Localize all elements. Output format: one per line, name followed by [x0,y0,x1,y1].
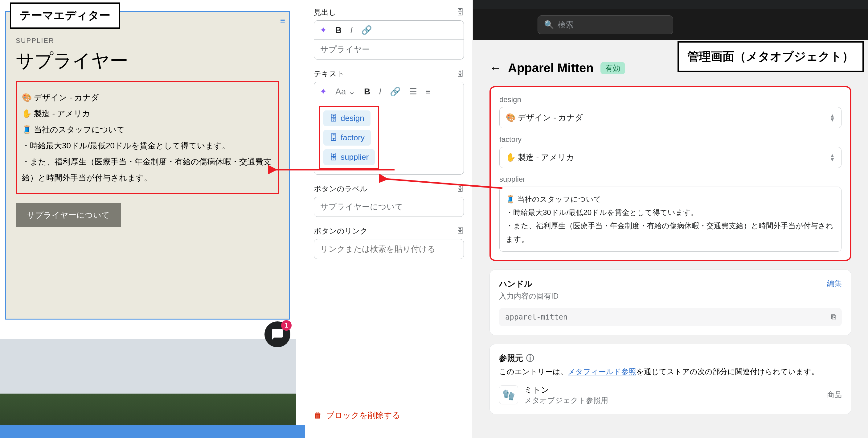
handle-title: ハンドル [499,279,532,289]
search-input[interactable]: 🔍 検索 [537,16,673,34]
heading-input[interactable] [314,40,464,60]
ref-description: このエントリーは、メタフィールド参照を通じてストアの次の部分に関連付けられていま… [499,367,842,377]
delete-block-button[interactable]: 🗑 ブロックを削除する [314,410,400,421]
field-label-heading: 見出し [314,7,336,17]
button-label-input[interactable] [314,197,464,217]
field-label-button: ボタンのラベル [314,184,368,194]
reference-item[interactable]: 🧤 ミトン メタオブジェクト参照用 商品 [499,385,842,405]
field-label-factory: factory [499,135,841,144]
content-line: ✋ 製造 - アメリカ [22,106,273,121]
chat-widget[interactable]: 1 [265,321,290,347]
ref-name: ミトン [524,385,608,396]
bold-icon[interactable]: B [364,87,370,96]
admin-panel-label: 管理画面（メタオブジェクト） [678,41,864,72]
design-input[interactable]: 🎨 デザイン - カナダ ▲▼ [499,107,841,128]
database-icon: 🗄 [330,133,338,143]
admin-body: ← Apparel Mitten 有効 design 🎨 デザイン - カナダ … [473,40,868,438]
back-button[interactable]: ← [490,61,501,75]
tag-factory[interactable]: 🗄factory [323,130,371,146]
admin-titlebar [473,0,868,9]
handle-sub: 入力内容の固有ID [499,291,842,301]
heading-toolbar: ✦ B I 🔗 [314,20,464,40]
handle-card: ハンドル 編集 入力内容の固有ID apparel-mitten ⎘ [490,270,851,335]
text-tag-area[interactable]: 🗄design 🗄factory 🗄supplier [314,101,464,175]
database-icon[interactable]: 🗄 [457,69,464,78]
chat-icon [271,328,284,341]
metaobject-fields-card: design 🎨 デザイン - カナダ ▲▼ factory ✋ 製造 - アメ… [490,86,851,261]
search-icon: 🔍 [544,20,554,30]
entry-title: Apparel Mitten [508,61,594,75]
content-line: 🧵 当社のスタッフについて [22,121,273,138]
database-icon[interactable]: 🗄 [457,184,464,193]
database-icon: 🗄 [330,114,338,123]
button-link-input[interactable] [314,239,464,259]
stepper-icon[interactable]: ▲▼ [830,114,835,121]
tag-design[interactable]: 🗄design [323,110,371,126]
admin-topbar: 🔍 検索 [473,9,868,40]
ref-sub: メタオブジェクト参照用 [524,396,608,405]
database-icon[interactable]: 🗄 [457,227,464,235]
ref-type: 商品 [827,390,842,400]
field-label-supplier: supplier [499,175,841,183]
number-list-icon[interactable]: ≡ [426,87,431,96]
database-icon[interactable]: 🗄 [457,8,464,17]
dynamic-source-icon[interactable]: ≡ [280,16,285,26]
edit-link[interactable]: 編集 [827,279,842,289]
italic-icon[interactable]: I [350,25,352,35]
italic-icon[interactable]: I [379,87,381,96]
supplier-textarea[interactable]: 🧵 当社のスタッフについて ・時給最大30ドル/最低20ドルを賃金として得ていま… [499,186,841,252]
ref-title: 参照元 [499,353,523,364]
sparkle-icon[interactable]: ✦ [320,86,327,96]
cta-button[interactable]: サプライヤーについて [16,203,121,227]
copy-icon[interactable]: ⎘ [831,313,836,321]
highlighted-tags: 🗄design 🗄factory 🗄supplier [319,106,379,169]
field-label-link: ボタンのリンク [314,226,368,236]
bottom-strip [0,425,320,438]
chat-badge: 1 [281,320,291,331]
database-icon: 🗄 [330,152,338,162]
tag-supplier[interactable]: 🗄supplier [323,149,375,165]
bold-icon[interactable]: B [335,25,342,35]
ref-thumb: 🧤 [499,385,518,404]
field-label-text: テキスト [314,69,345,79]
content-line: ・時給最大30ドル/最低20ドルを賃金として得ています。 [22,138,273,154]
theme-editor-label: テーマエディター [10,2,120,29]
sparkle-icon[interactable]: ✦ [320,25,327,35]
theme-canvas[interactable]: ≡ SUPPLIER サプライヤー 🎨 デザイン - カナダ ✋ 製造 - アメ… [5,11,290,320]
link-icon[interactable]: 🔗 [361,25,372,35]
metafield-ref-link[interactable]: メタフィールド参照 [568,368,636,376]
factory-input[interactable]: ✋ 製造 - アメリカ ▲▼ [499,147,841,168]
highlighted-content-box: 🎨 デザイン - カナダ ✋ 製造 - アメリカ 🧵 当社のスタッフについて ・… [16,81,279,194]
content-line: ・また、福利厚生（医療手当・年金制度・有給の傷病休暇・交通費支給）と時間外手当が… [22,154,273,186]
font-button[interactable]: Aa ⌄ [335,86,355,96]
status-badge: 有効 [600,62,625,74]
field-label-design: design [499,95,841,104]
content-line: 🎨 デザイン - カナダ [22,89,273,106]
info-icon[interactable]: ⓘ [526,353,534,364]
handle-input[interactable]: apparel-mitten ⎘ [499,308,842,326]
theme-footer-image: 1 [0,339,296,438]
bullet-list-icon[interactable]: ☰ [409,86,417,96]
trash-icon: 🗑 [314,411,322,420]
references-card: 参照元 ⓘ このエントリーは、メタフィールド参照を通じてストアの次の部分に関連付… [490,344,851,414]
text-toolbar: ✦ Aa ⌄ B I 🔗 ☰ ≡ [314,82,464,101]
theme-editor-panel: テーマエディター ≡ SUPPLIER サプライヤー 🎨 デザイン - カナダ … [0,0,296,438]
settings-panel: 見出し 🗄 ✦ B I 🔗 テキスト 🗄 ✦ Aa ⌄ B I 🔗 ☰ ≡ 🗄d… [305,0,473,438]
eyebrow-text: SUPPLIER [16,37,279,45]
page-title: サプライヤー [16,49,279,74]
link-icon[interactable]: 🔗 [390,86,401,96]
stepper-icon[interactable]: ▲▼ [830,154,835,161]
